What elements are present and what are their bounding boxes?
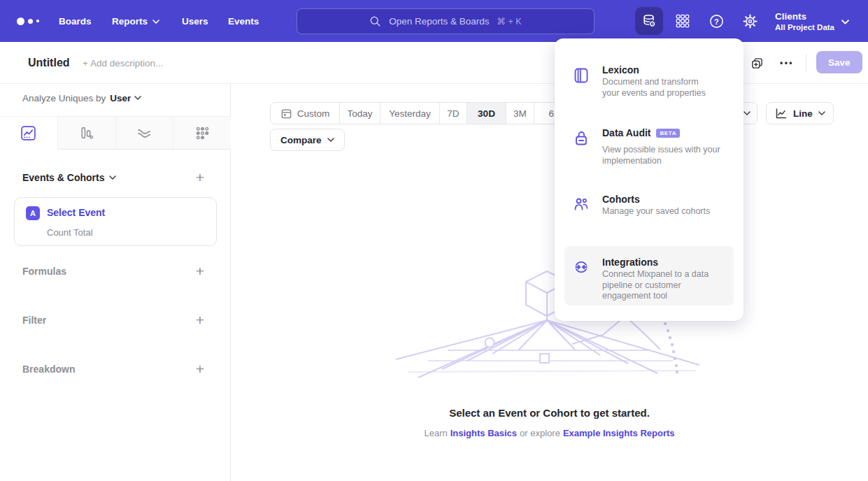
events-cohorts-header[interactable]: Events & Cohorts	[22, 172, 116, 183]
chevron-down-icon	[818, 111, 825, 116]
apps-grid-button[interactable]	[671, 10, 694, 32]
beta-badge: BETA	[656, 129, 680, 138]
org-name: Clients	[775, 11, 834, 22]
add-formula-button[interactable]: +	[193, 264, 207, 278]
compare-button[interactable]: Compare	[270, 129, 345, 151]
bar-chart-icon	[78, 125, 94, 141]
tab-metrics-grid[interactable]	[173, 117, 231, 150]
date-range-7d[interactable]: 7D	[440, 103, 467, 124]
event-card[interactable]: A Select Event Count Total	[14, 197, 217, 246]
calendar-icon	[280, 108, 292, 120]
select-event-label[interactable]: Select Event	[47, 207, 105, 218]
date-range-label: 7D	[447, 108, 459, 119]
date-range-label: Yesterday	[389, 108, 431, 119]
add-breakdown-button[interactable]: +	[193, 362, 207, 376]
chart-type-dropdown[interactable]: Line	[766, 102, 834, 124]
lexicon-icon	[573, 67, 590, 84]
chart-type-tabs	[0, 116, 231, 150]
report-canvas: Custom Today Yesterday 7D 30D 3M 6M Comp…	[231, 84, 868, 481]
add-description-field[interactable]: + Add description...	[83, 42, 163, 84]
integrations-title: Integrations	[602, 257, 658, 268]
divider	[806, 54, 806, 72]
search-input[interactable]: Open Reports & Boards ⌘ + K	[297, 8, 595, 34]
tab-flow[interactable]	[116, 117, 174, 150]
mixpanel-logo[interactable]	[17, 0, 39, 42]
project-name: All Project Data	[775, 23, 834, 31]
save-button[interactable]: Save	[816, 51, 862, 73]
project-selector[interactable]: Clients All Project Data	[775, 7, 834, 35]
empty-state-title: Select an Event or Cohort to get started…	[231, 407, 868, 419]
filter-label: Filter	[22, 315, 46, 326]
insights-basics-link[interactable]: Insights Basics	[450, 428, 517, 438]
chart-type-value: Line	[793, 108, 813, 119]
learn-prefix: Learn	[424, 428, 447, 438]
add-event-button[interactable]: +	[193, 171, 207, 185]
integrations-description: Connect Mixpanel to a data pipeline or c…	[602, 269, 727, 302]
chevron-down-icon	[152, 20, 159, 24]
nav-boards[interactable]: Boards	[59, 0, 92, 42]
menu-title-text: Data Audit	[602, 127, 650, 138]
date-range-label: 3M	[513, 108, 527, 119]
gear-icon	[742, 13, 758, 29]
data-audit-icon	[573, 130, 590, 147]
app-root: Boards Reports Users Events Open Reports…	[0, 0, 868, 481]
date-range-control: Custom Today Yesterday 7D 30D 3M 6M	[270, 102, 577, 124]
date-range-30d[interactable]: 30D	[467, 103, 506, 124]
cohorts-title: Cohorts	[602, 194, 640, 205]
chevron-down-icon	[744, 111, 750, 116]
top-nav: Boards Reports Users Events Open Reports…	[0, 0, 868, 42]
chevron-down-icon	[134, 96, 141, 101]
logo-dot	[36, 20, 39, 22]
query-sidebar: Analyze Uniques by User	[0, 84, 231, 481]
analyze-label: Analyze Uniques by	[22, 93, 106, 103]
cohorts-description: Manage your saved cohorts	[602, 206, 727, 217]
copy-plus-icon	[750, 57, 764, 70]
analyze-row: Analyze Uniques by User	[22, 93, 141, 103]
line-chart-icon	[20, 125, 36, 141]
nav-events[interactable]: Events	[228, 0, 259, 42]
svg-text:?: ?	[714, 17, 719, 25]
duplicate-button[interactable]	[748, 55, 765, 71]
event-letter-badge: A	[26, 206, 40, 220]
menu-title-text: Cohorts	[602, 194, 640, 205]
count-total-label[interactable]: Count Total	[47, 227, 93, 238]
chevron-down-icon	[841, 20, 849, 25]
date-range-yesterday[interactable]: Yesterday	[380, 103, 440, 124]
analyze-by-dropdown[interactable]: User	[110, 93, 141, 103]
grid-icon	[675, 13, 690, 29]
nav-users[interactable]: Users	[182, 0, 208, 42]
or-explore-text: or explore	[520, 428, 560, 438]
nav-reports-label: Reports	[112, 16, 148, 27]
example-reports-link[interactable]: Example Insights Reports	[563, 428, 675, 438]
date-range-custom[interactable]: Custom	[271, 103, 340, 124]
date-range-today[interactable]: Today	[340, 103, 380, 124]
chevron-down-icon	[109, 175, 116, 180]
more-options-button[interactable]: •••	[776, 55, 797, 71]
help-button[interactable]: ?	[705, 10, 727, 32]
date-range-label: Custom	[297, 108, 330, 119]
add-filter-button[interactable]: +	[193, 313, 207, 327]
help-icon: ?	[709, 13, 725, 29]
database-gear-icon	[641, 13, 657, 29]
menu-title-text: Lexicon	[602, 64, 639, 76]
breakdown-label: Breakdown	[22, 364, 75, 375]
nav-reports[interactable]: Reports	[112, 0, 159, 42]
analyze-by-value: User	[110, 93, 131, 103]
empty-state-links: Learn Insights Basics or explore Example…	[231, 428, 868, 438]
search-icon	[369, 15, 381, 27]
date-range-3m[interactable]: 3M	[506, 103, 534, 124]
lexicon-title: Lexicon	[602, 64, 639, 76]
settings-button[interactable]	[739, 10, 761, 32]
flow-icon	[136, 124, 152, 141]
logo-dot	[17, 17, 24, 25]
tab-bar-chart[interactable]	[58, 117, 116, 150]
report-title[interactable]: Untitled	[28, 42, 70, 84]
events-cohorts-label: Events & Cohorts	[22, 172, 104, 183]
compare-label: Compare	[280, 135, 322, 145]
date-range-label: Today	[347, 108, 372, 119]
formulas-label: Formulas	[22, 266, 66, 277]
integrations-icon	[573, 259, 590, 275]
data-management-button[interactable]	[635, 7, 663, 35]
cohorts-icon	[573, 196, 590, 213]
tab-line-chart[interactable]	[0, 117, 58, 150]
